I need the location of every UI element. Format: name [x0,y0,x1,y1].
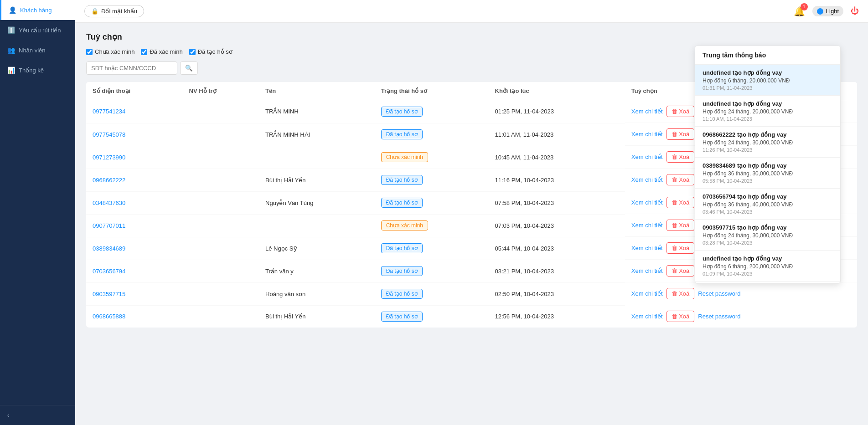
name-cell: Nguyễn Văn Tùng [259,191,375,214]
sidebar-item-yeu-cau-rut-tien[interactable]: ℹ️ Yêu cầu rút tiền [0,20,75,40]
status-cell: Chưa xác minh [375,146,489,169]
delete-button[interactable]: 🗑 Xoá [666,197,695,208]
notification-item[interactable]: undefined tạo hợp đồng vay Hợp đồng 24 t… [695,96,840,127]
topbar-right: 🔔 1 Light ⏻ [794,6,859,17]
page-title: Tuỳ chọn [86,32,857,42]
name-cell [259,214,375,237]
sidebar-item-nhan-vien[interactable]: 👥 Nhân viên [0,40,75,60]
search-input[interactable] [86,61,177,75]
delete-button[interactable]: 🗑 Xoá [666,174,695,185]
view-detail-button[interactable]: Xem chi tiết [631,176,663,183]
delete-button[interactable]: 🗑 Xoá [666,288,695,299]
filter-chua-xac-minh-checkbox[interactable] [86,49,93,55]
delete-button[interactable]: 🗑 Xoá [666,265,695,277]
phone-link[interactable]: 0389834689 [93,245,125,252]
sidebar-label-yeu-cau: Yêu cầu rút tiền [19,27,61,34]
notif-title: 0968662222 tạo hợp đồng vay [703,131,833,138]
filter-da-tao-ho-so[interactable]: Đã tạo hồ sơ [189,48,232,55]
name-cell: Bùi thị Hải Yến [259,305,375,328]
status-badge: Đã tạo hồ sơ [381,266,423,276]
status-cell: Đã tạo hồ sơ [375,282,489,305]
notif-title: 0903597715 tạo hợp đồng vay [703,224,833,231]
view-detail-button[interactable]: Xem chi tiết [631,245,663,251]
phone-link[interactable]: 0703656794 [93,268,125,275]
notif-title: 0389834689 tạo hợp đồng vay [703,162,833,169]
notification-item[interactable]: 0389834689 tạo hợp đồng vay Hợp đồng 36 … [695,158,840,189]
logout-button[interactable]: ⏻ [851,6,859,16]
view-detail-button[interactable]: Xem chi tiết [631,199,663,206]
sidebar-collapse-button[interactable]: ‹ [0,405,75,425]
phone-link[interactable]: 0348437630 [93,200,125,206]
time-cell: 12:56 PM, 10-04-2023 [489,305,625,328]
theme-toggle[interactable]: Light [812,6,843,16]
notification-item[interactable]: undefined tạo hợp đồng vay Hợp đồng 24 t… [695,282,840,283]
sidebar-label-nhan-vien: Nhân viên [19,47,46,54]
nv-cell [183,260,259,282]
time-cell: 02:50 PM, 10-04-2023 [489,282,625,305]
notif-desc: Hợp đồng 6 tháng, 20,000,000 VNĐ [703,77,833,84]
notif-time: 03:28 PM, 10-04-2023 [703,240,833,246]
view-detail-button[interactable]: Xem chi tiết [631,290,663,297]
status-badge: Đã tạo hồ sơ [381,198,423,208]
topbar: 🔒 Đổi mật khẩu 🔔 1 Light ⏻ [75,0,868,23]
notif-title: undefined tạo hợp đồng vay [703,69,833,76]
time-cell: 07:58 PM, 10-04-2023 [489,191,625,214]
sidebar-item-khach-hang[interactable]: 👤 Khách hàng [0,0,75,20]
phone-link[interactable]: 0903597715 [93,291,125,297]
nv-cell [183,123,259,146]
search-button[interactable]: 🔍 [180,61,198,75]
yeu-cau-icon: ℹ️ [7,26,15,34]
phone-link[interactable]: 0907707011 [93,222,125,229]
reset-password-button[interactable]: Reset password [698,313,740,320]
status-badge: Đã tạo hồ sơ [381,243,423,253]
sidebar-item-thong-ke[interactable]: 📊 Thống kê [0,60,75,80]
change-password-button[interactable]: 🔒 Đổi mật khẩu [84,5,144,17]
filter-chua-xac-minh[interactable]: Chưa xác minh [86,48,134,55]
col-nv: NV Hỗ trợ [183,82,259,100]
filter-da-xac-minh[interactable]: Đã xác minh [141,48,182,55]
notification-item[interactable]: undefined tạo hợp đồng vay Hợp đồng 6 th… [695,251,840,282]
notification-list[interactable]: undefined tạo hợp đồng vay Hợp đồng 6 th… [695,65,840,283]
notif-time: 11:26 PM, 10-04-2023 [703,147,833,153]
delete-button[interactable]: 🗑 Xoá [666,128,695,140]
time-cell: 10:45 AM, 11-04-2023 [489,146,625,169]
view-detail-button[interactable]: Xem chi tiết [631,313,663,320]
nv-cell [183,282,259,305]
phone-link[interactable]: 0977541234 [93,108,125,115]
view-detail-button[interactable]: Xem chi tiết [631,131,663,138]
delete-button[interactable]: 🗑 Xoá [666,106,695,117]
name-cell: TRẦN MINH HẢI [259,123,375,146]
notification-item[interactable]: 0703656794 tạo hợp đồng vay Hợp đồng 36 … [695,189,840,220]
view-detail-button[interactable]: Xem chi tiết [631,154,663,160]
nhan-vien-icon: 👥 [7,46,15,54]
notification-item[interactable]: 0903597715 tạo hợp đồng vay Hợp đồng 24 … [695,220,840,251]
status-badge: Đã tạo hồ sơ [381,289,423,299]
status-badge: Đã tạo hồ sơ [381,129,423,139]
notif-desc: Hợp đồng 24 tháng, 30,000,000 VNĐ [703,139,833,146]
view-detail-button[interactable]: Xem chi tiết [631,222,663,229]
phone-link[interactable]: 0977545078 [93,131,125,138]
phone-link[interactable]: 0968665888 [93,313,125,320]
khach-hang-icon: 👤 [9,6,16,14]
filter-da-xac-minh-checkbox[interactable] [141,49,147,55]
time-cell: 03:21 PM, 10-04-2023 [489,260,625,282]
delete-button[interactable]: 🗑 Xoá [666,220,695,231]
phone-link[interactable]: 0968662222 [93,177,125,184]
nv-cell [183,214,259,237]
notification-item[interactable]: undefined tạo hợp đồng vay Hợp đồng 6 th… [695,65,840,96]
status-badge: Chưa xác minh [381,152,428,162]
view-detail-button[interactable]: Xem chi tiết [631,267,663,274]
reset-password-button[interactable]: Reset password [698,290,740,297]
notification-button[interactable]: 🔔 1 [794,6,805,17]
notif-time: 11:10 AM, 11-04-2023 [703,116,833,122]
phone-link[interactable]: 0971273990 [93,154,125,161]
options-cell: Xem chi tiết 🗑 Xoá Reset password [625,282,857,305]
delete-button[interactable]: 🗑 Xoá [666,242,695,254]
notification-item[interactable]: 0968662222 tạo hợp đồng vay Hợp đồng 24 … [695,127,840,158]
options-cell: Xem chi tiết 🗑 Xoá Reset password [625,305,857,328]
filter-da-tao-ho-so-checkbox[interactable] [189,49,196,55]
notification-badge: 1 [801,3,808,10]
delete-button[interactable]: 🗑 Xoá [666,311,695,322]
view-detail-button[interactable]: Xem chi tiết [631,108,663,115]
delete-button[interactable]: 🗑 Xoá [666,151,695,163]
